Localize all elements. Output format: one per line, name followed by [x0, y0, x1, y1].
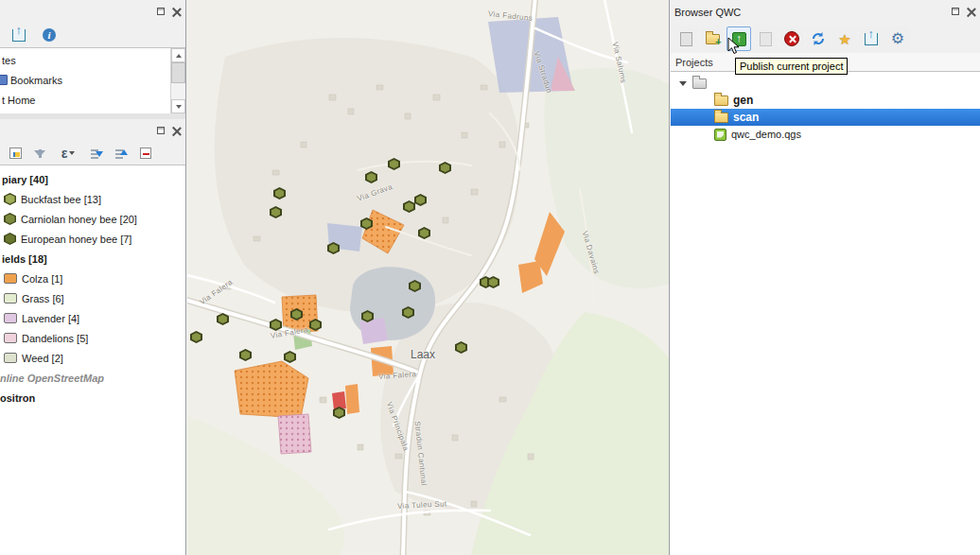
layers-toolbar: ε	[0, 142, 185, 165]
hexagon-symbol	[4, 193, 16, 205]
gear-icon: ⚙	[891, 31, 904, 46]
layer-item-weed[interactable]: Weed [2]	[0, 348, 185, 368]
tree-item-scan[interactable]: scan	[671, 109, 980, 126]
remove-layer-icon	[140, 147, 151, 159]
close-panel-icon[interactable]	[170, 5, 183, 17]
new-folder-button[interactable]	[700, 26, 725, 51]
layer-label: Grass [6]	[22, 293, 64, 304]
layer-item-dandelions[interactable]: Dandelions [5]	[0, 328, 185, 348]
refresh-icon	[811, 31, 826, 46]
expand-all-button[interactable]	[85, 143, 108, 164]
chevron-down-icon	[69, 151, 75, 155]
collapse-all-icon	[12, 29, 26, 42]
layer-item-grass[interactable]: Grass [6]	[0, 288, 185, 308]
layer-label: ields [18]	[2, 253, 47, 265]
layer-item-lavender[interactable]: Lavender [4]	[0, 308, 185, 328]
scroll-thumb[interactable]	[171, 62, 185, 83]
permissions-button[interactable]: ★	[832, 26, 857, 51]
hexagon-symbol	[4, 213, 16, 225]
import-project-button[interactable]	[859, 26, 884, 51]
tooltip: Publish current project	[735, 58, 848, 75]
qwc-panel-header: Browser QWC	[671, 0, 980, 25]
color-swatch	[4, 333, 17, 343]
delete-project-button[interactable]	[779, 26, 804, 51]
info-icon: i	[43, 28, 56, 42]
document-icon	[760, 32, 772, 46]
folder-icon	[692, 78, 707, 89]
layer-item-buckfast-bee[interactable]: Buckfast bee [13]	[0, 189, 185, 209]
layer-label: piary [40]	[2, 174, 48, 185]
qgs-file-icon	[714, 129, 726, 141]
unpublish-project-button[interactable]	[753, 26, 778, 51]
float-panel-icon[interactable]	[154, 5, 166, 17]
new-folder-icon	[706, 34, 720, 44]
close-panel-icon[interactable]	[965, 5, 977, 17]
layer-label: Lavender [4]	[22, 313, 79, 324]
map-artwork	[187, 0, 670, 555]
map-canvas[interactable]: Via FadrunsVia StradunVia SalumsVia Dava…	[187, 0, 670, 555]
refresh-button[interactable]	[806, 26, 831, 51]
browser-item-label: t Home	[2, 95, 35, 106]
layer-item-carniolan-bee[interactable]: Carniolan honey bee [20]	[0, 209, 185, 229]
expand-all-icon	[91, 147, 103, 159]
layer-label: Dandelions [5]	[22, 333, 88, 344]
tree-item-label: qwc_demo.qgs	[731, 129, 801, 140]
mouse-cursor	[727, 37, 740, 55]
remove-layer-button[interactable]	[134, 143, 157, 164]
filter-legend-button[interactable]	[28, 143, 51, 164]
filter-expression-button[interactable]: ε	[53, 143, 83, 164]
layer-item-positron[interactable]: ositron	[0, 388, 185, 408]
star-icon: ★	[838, 32, 850, 46]
close-panel-icon[interactable]	[170, 124, 183, 136]
float-panel-icon[interactable]	[154, 124, 166, 136]
layer-group-fields[interactable]: ields [18]	[0, 249, 185, 269]
browser-item-bookmarks[interactable]: Bookmarks	[0, 70, 169, 90]
filter-funnel-icon	[34, 150, 45, 157]
color-swatch	[4, 353, 17, 363]
layer-item-colza[interactable]: Colza [1]	[0, 269, 185, 288]
browser-toolbar: i	[0, 23, 185, 47]
browser-panel: i tes Bookmarks t Home	[0, 0, 185, 119]
upload-icon	[865, 33, 878, 45]
tree-item-gen[interactable]: gen	[671, 92, 980, 109]
layer-label: Buckfast bee [13]	[21, 194, 101, 205]
layers-panel: ε piary [40] Buckfast bee [13] Carniolan…	[0, 119, 185, 555]
layer-label: nline OpenStreetMap	[0, 373, 104, 384]
properties-widget-button[interactable]: i	[38, 25, 61, 45]
delete-icon	[784, 31, 799, 46]
layer-styling-button[interactable]	[4, 143, 26, 164]
expander-icon[interactable]	[679, 81, 687, 86]
color-swatch	[4, 313, 17, 323]
projects-header-label: Projects	[675, 57, 713, 68]
collapse-all-button[interactable]	[110, 143, 132, 164]
scroll-up-icon[interactable]	[171, 48, 185, 62]
tree-root-folder[interactable]	[671, 75, 980, 92]
settings-button[interactable]: ⚙	[885, 26, 910, 51]
layer-label: Weed [2]	[22, 353, 63, 364]
collapse-all-button[interactable]	[8, 25, 30, 45]
color-swatch	[4, 273, 17, 284]
layer-group-openstreetmap[interactable]: nline OpenStreetMap	[0, 368, 185, 388]
scrollbar[interactable]	[170, 48, 185, 113]
expression-icon: ε	[61, 147, 68, 160]
browser-item-project-home[interactable]: t Home	[0, 90, 169, 110]
layer-group-apiary[interactable]: piary [40]	[0, 169, 185, 189]
browser-item-favorites[interactable]: tes	[0, 50, 169, 70]
layer-styling-icon	[9, 147, 22, 159]
folder-icon	[714, 95, 728, 106]
collapse-all-icon	[115, 147, 128, 159]
document-icon	[680, 32, 692, 46]
bookmarks-icon	[0, 75, 8, 85]
tree-item-label: scan	[733, 111, 759, 124]
qwc-toolbar: ★ ⚙	[671, 25, 980, 53]
layer-item-european-bee[interactable]: European honey bee [7]	[0, 229, 185, 249]
qwc-project-tree: gen scan qwc_demo.qgs	[671, 72, 980, 555]
new-project-button[interactable]	[674, 26, 698, 51]
layer-label: ositron	[0, 392, 35, 404]
left-dock: i tes Bookmarks t Home ε	[0, 0, 186, 555]
tree-item-label: gen	[733, 94, 753, 107]
scroll-down-icon[interactable]	[171, 99, 185, 113]
float-panel-icon[interactable]	[949, 5, 961, 17]
tree-item-qwc-demo[interactable]: qwc_demo.qgs	[671, 126, 980, 143]
layer-label: European honey bee [7]	[21, 234, 131, 245]
